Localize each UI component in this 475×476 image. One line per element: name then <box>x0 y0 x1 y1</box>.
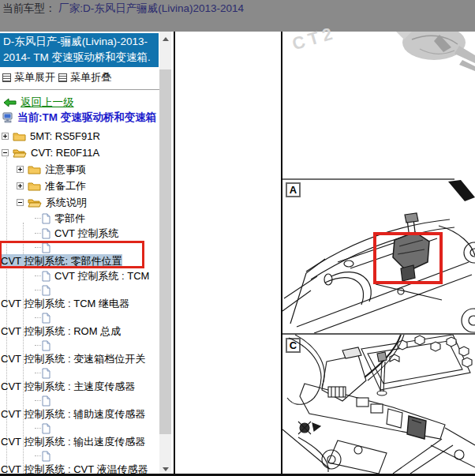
tree-connector <box>35 275 41 276</box>
tree-connector <box>35 345 41 346</box>
faded-illustration-fragment <box>396 32 475 73</box>
tree-item-text-row: CVT 控制系统 : 输出速度传感器 <box>0 435 159 449</box>
tree-connector <box>35 247 41 248</box>
current-node-row: 当前:TM 变速驱动桥和变速箱 <box>2 111 156 125</box>
tree-item-label: 5MT: RS5F91R <box>30 130 100 142</box>
collapse-toggle-icon[interactable] <box>17 199 24 206</box>
document-icon <box>42 395 50 407</box>
document-icon <box>42 242 50 253</box>
tree-item-label: CVT 控制系统 : ROM 总成 <box>0 324 121 339</box>
back-row: 返回上一级 <box>3 96 74 110</box>
tree-item-label: CVT 控制系统 : 辅助速度传感器 <box>0 407 145 422</box>
current-node-label: 当前:TM 变速驱动桥和变速箱 <box>17 111 156 125</box>
document-icon <box>42 228 50 239</box>
tree-connector <box>35 218 41 219</box>
tree-item-folder[interactable]: 5MT: RS5F91R <box>0 128 159 144</box>
tree-item-icon-row <box>0 241 159 254</box>
back-link[interactable]: 返回上一级 <box>21 96 74 110</box>
tree-item-text-row: CVT 控制系统 : CVT 液温传感器 <box>0 463 159 474</box>
tree-connector <box>35 233 41 234</box>
menu-expand-button[interactable]: 菜单展开 <box>2 70 55 84</box>
collapse-toggle-icon[interactable] <box>2 149 9 156</box>
tree-item-label: CVT 控制系统 : TCM 继电器 <box>0 297 129 311</box>
folder-icon <box>13 131 26 141</box>
tree-item-doc[interactable]: CVT 控制系统 : TCM 继电器 <box>0 283 159 311</box>
computer-icon <box>2 112 13 123</box>
sidebar-divider <box>0 89 159 90</box>
expand-toggle-icon[interactable] <box>17 182 24 189</box>
scrollbar-thumb[interactable] <box>159 69 171 434</box>
menu-expand-label: 菜单展开 <box>14 70 55 84</box>
tree-item-label: CVT 控制系统 <box>54 227 118 241</box>
tree-item-text-row: CVT 控制系统 : 变速箱档位开关 <box>0 352 159 366</box>
tree-connector <box>35 290 41 290</box>
tree-item-icon-row <box>0 422 159 435</box>
scroll-up-button[interactable] <box>159 33 171 46</box>
folder-open-icon <box>28 197 42 208</box>
menu-expand-icon <box>2 73 11 82</box>
tree-item-doc[interactable]: CVT 控制系统 : 辅助速度传感器 <box>0 394 159 422</box>
tree-item-folder[interactable]: 准备工作 <box>0 178 159 194</box>
diagram-section-c <box>282 335 475 474</box>
sidebar-scrollbar[interactable] <box>159 32 171 476</box>
tree-item-folder[interactable]: 注意事项 <box>0 161 159 178</box>
tree-item-text-row: CVT 控制系统 : 辅助速度传感器 <box>0 407 159 422</box>
tree-item-text-row: CVT 控制系统: 零部件位置 <box>0 254 159 268</box>
tree-item-label: CVT 控制系统 : CVT 液温传感器 <box>0 463 148 474</box>
document-icon <box>42 213 50 224</box>
tree-item-label: CVT 控制系统 : 输出速度传感器 <box>0 435 145 449</box>
tree-item-doc[interactable]: CVT 控制系统 : ROM 总成 <box>0 311 159 339</box>
navigation-tree: 5MT: RS5F91RCVT: RE0F11A注意事项准备工作系统说明零部件C… <box>0 128 159 474</box>
sidebar: D-东风日产-骊威(Livina)-2013-2014- TM 变速驱动桥和变速… <box>0 32 172 474</box>
tree-connector <box>35 317 41 318</box>
current-vehicle-bar: 当前车型： 厂家:D-东风日产骊威(Livina)2013-2014 <box>0 0 475 32</box>
document-icon <box>42 451 50 462</box>
document-icon <box>42 423 50 434</box>
tree-item-folder[interactable]: CVT: RE0F11A <box>0 144 159 161</box>
current-vehicle-label: 当前车型： <box>2 2 56 14</box>
tree-item-label: 零部件 <box>54 212 85 226</box>
document-icon <box>42 368 50 379</box>
tree-item-icon-row <box>0 366 159 380</box>
tree-connector <box>35 400 41 401</box>
tree-item-icon-row <box>0 394 159 407</box>
tree-item-text-row: CVT 控制系统 : ROM 总成 <box>0 324 159 339</box>
tree-item-doc[interactable]: CVT 控制系统 : 输出速度传感器 <box>0 422 159 449</box>
scroll-up-icon <box>163 37 169 41</box>
current-vehicle-value: 厂家:D-东风日产骊威(Livina)2013-2014 <box>58 2 244 14</box>
annotation-box-diagram <box>373 232 443 284</box>
page-border-left <box>174 32 175 474</box>
document-icon <box>42 271 50 282</box>
tree-item-doc[interactable]: CVT 控制系统 : CVT 液温传感器 <box>0 449 159 474</box>
document-panel: CT2 A <box>172 32 475 474</box>
tree-connector <box>35 428 41 429</box>
tree-item-label-selected: CVT 控制系统: 零部件位置 <box>0 254 122 268</box>
tree-item-doc[interactable]: CVT 控制系统: 零部件位置 <box>0 241 159 268</box>
expand-toggle-icon[interactable] <box>17 166 24 173</box>
folder-open-icon <box>13 148 27 158</box>
tree-item-label: 系统说明 <box>46 196 87 210</box>
tree-item-icon-row <box>0 339 159 352</box>
tree-item-text-row: CVT 控制系统 : TCM 继电器 <box>0 297 159 311</box>
manual-title: D-东风日产-骊威(Livina)-2013-2014- TM 变速驱动桥和变速… <box>0 33 159 67</box>
tree-item-doc[interactable]: CVT 控制系统 <box>0 226 159 241</box>
menu-toolbar: 菜单展开 菜单折叠 <box>2 70 111 84</box>
tree-item-doc[interactable]: 零部件 <box>0 211 159 226</box>
tree-item-label: 注意事项 <box>45 163 86 177</box>
scroll-down-icon <box>163 467 169 471</box>
tree-item-text-row: CVT 控制系统 : 主速度传感器 <box>0 380 159 394</box>
folder-icon <box>28 181 41 191</box>
document-icon <box>42 313 50 324</box>
menu-collapse-icon <box>58 73 67 82</box>
tree-item-icon-row <box>0 311 159 324</box>
tree-item-folder[interactable]: 系统说明 <box>0 194 159 211</box>
app-window: 当前车型： 厂家:D-东风日产骊威(Livina)2013-2014 D-东风日… <box>0 0 475 476</box>
document-icon <box>42 285 50 296</box>
tree-item-doc[interactable]: CVT 控制系统 : TCM <box>0 268 159 283</box>
menu-collapse-button[interactable]: 菜单折叠 <box>58 70 111 84</box>
expand-toggle-icon[interactable] <box>2 133 9 140</box>
tree-item-doc[interactable]: CVT 控制系统 : 变速箱档位开关 <box>0 339 159 366</box>
back-arrow-icon <box>3 98 17 107</box>
tree-item-icon-row <box>0 283 159 297</box>
tree-item-doc[interactable]: CVT 控制系统 : 主速度传感器 <box>0 366 159 394</box>
